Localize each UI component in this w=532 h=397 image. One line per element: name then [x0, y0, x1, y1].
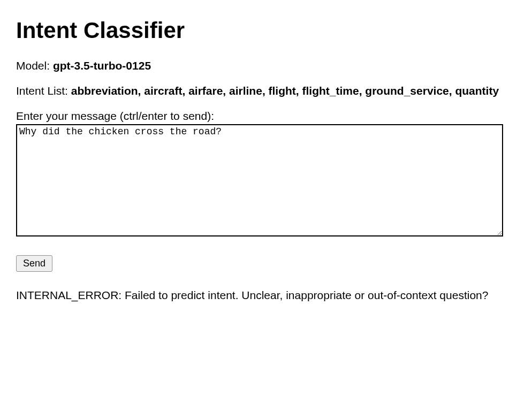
intent-list-label: Intent List: [16, 85, 71, 97]
model-label: Model: [16, 59, 53, 72]
send-button[interactable]: Send [16, 255, 52, 272]
message-input[interactable] [16, 124, 503, 236]
result-message: INTERNAL_ERROR: Failed to predict intent… [16, 288, 503, 302]
intent-list-value: abbreviation, aircraft, airfare, airline… [71, 85, 499, 97]
message-input-label: Enter your message (ctrl/enter to send): [16, 109, 516, 123]
page-title: Intent Classifier [16, 16, 516, 45]
model-info: Model: gpt-3.5-turbo-0125 [16, 58, 516, 73]
model-value: gpt-3.5-turbo-0125 [53, 59, 151, 72]
intent-list-info: Intent List: abbreviation, aircraft, air… [16, 83, 516, 98]
